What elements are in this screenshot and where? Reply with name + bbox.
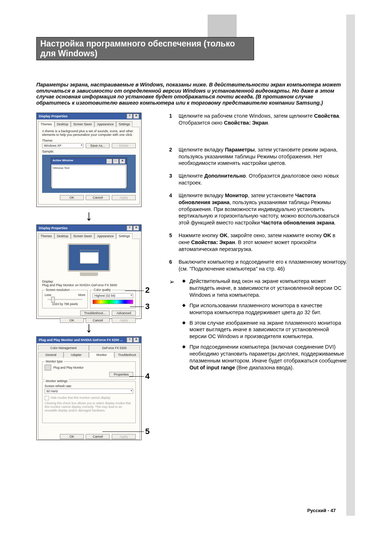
dialog-display-properties-settings: Display Properties ? ✕ Themes Desktop Sc…	[36, 224, 142, 319]
tabs: Themes Desktop Screen Saver Appearance S…	[38, 121, 140, 127]
sample-label: Sample:	[42, 150, 136, 153]
ok-button[interactable]: OK	[60, 195, 84, 200]
step-text: Щелкните Дополнительно. Отобразится диал…	[179, 173, 347, 186]
tab-desktop[interactable]: Desktop	[54, 233, 71, 239]
monitor-settings-group: Monitor settings Screen refresh rate: 60…	[42, 381, 136, 423]
tabs-row1: Color Management GeForce FX 5200	[38, 345, 140, 350]
tab-color-management[interactable]: Color Management	[38, 345, 89, 350]
troubleshoot-button[interactable]: Troubleshoot...	[80, 311, 110, 316]
tab-appearance[interactable]: Appearance	[94, 233, 116, 239]
tabs: Themes Desktop Screen Saver Appearance S…	[38, 233, 140, 239]
titlebar: Display Properties ? ✕	[37, 113, 141, 119]
tab-screensaver[interactable]: Screen Saver	[71, 233, 95, 239]
step-5: 5 Нажмите кнопку OK, закройте окно, зате…	[169, 232, 347, 253]
advanced-button[interactable]: Advanced	[112, 311, 136, 316]
dialog-display-properties-themes: Display Properties ? ✕ Themes Desktop Sc…	[36, 113, 142, 207]
resolution-slider[interactable]	[48, 299, 82, 300]
callout-5: 5	[145, 427, 150, 436]
dialog-monitor-advanced: Plug and Play Monitor and NVIDIA GeForce…	[36, 336, 142, 440]
note-item: При использовании плазменного монитора в…	[182, 302, 347, 316]
close-icon[interactable]: ✕	[133, 114, 139, 119]
dialog-title: Display Properties	[39, 226, 68, 230]
callout-line	[130, 307, 144, 307]
sample-active-window-title: Active Window	[53, 159, 73, 164]
monitor-type-legend: Monitor type	[45, 360, 64, 363]
callout-line	[102, 431, 144, 432]
theme-label: Theme:	[42, 139, 136, 142]
display-value: Plug and Play Monitor on NVIDIA GeForce …	[42, 283, 136, 287]
step-number: 2	[169, 146, 179, 167]
step-text: Щелкните вкладку Монитор, затем установи…	[179, 192, 347, 226]
step-number: 4	[169, 192, 179, 226]
callout-line	[125, 291, 144, 291]
step-text: Щелкните на рабочем столе Windows, затем…	[179, 113, 340, 126]
step-6: 6 Выключите компьютер и подсоедините его…	[169, 259, 347, 272]
help-icon[interactable]: ?	[127, 337, 132, 343]
tab-themes[interactable]: Themes	[38, 233, 54, 239]
tab-general[interactable]: General	[38, 352, 64, 358]
step-3: 3 Щелкните Дополнительно. Отобразится ди…	[169, 173, 347, 186]
hide-modes-checkbox[interactable]	[45, 396, 49, 400]
step-2: 2 Щелкните вкладку Параметры, затем уста…	[169, 146, 347, 167]
dialog-title: Plug and Play Monitor and NVIDIA GeForce…	[39, 338, 123, 342]
tab-troubleshoot[interactable]: Troubleshoot	[114, 352, 140, 358]
step-number: 5	[169, 232, 179, 253]
display-label: Display:	[42, 280, 136, 283]
intro-paragraph: Параметры экрана, настраиваемые в Window…	[36, 82, 341, 106]
tab-appearance[interactable]: Appearance	[94, 121, 116, 127]
tabs-row2: General Adapter Monitor Troubleshoot	[38, 352, 140, 358]
apply-button: Apply	[112, 318, 136, 323]
decorative-block	[208, 15, 237, 37]
refresh-rate-dropdown[interactable]: 60 Hertz	[45, 389, 133, 394]
theme-dropdown[interactable]: Windows XP	[42, 143, 83, 148]
delete-button: Delete	[112, 143, 136, 148]
tab-settings[interactable]: Settings	[116, 121, 132, 127]
decorative-right-column	[346, 15, 355, 516]
note-item: При подсоединении компьютера (включая со…	[182, 344, 347, 371]
close-icon[interactable]: ✕	[133, 226, 139, 231]
tab-geforce[interactable]: GeForce FX 5200	[89, 345, 140, 350]
theme-description: A theme is a background plus a set of so…	[42, 129, 136, 137]
monitor-type-value: Plug and Play Monitor	[53, 366, 83, 369]
callout-2: 2	[145, 285, 150, 295]
monitor-icon	[45, 365, 51, 370]
refresh-rate-label: Screen refresh rate:	[45, 384, 133, 388]
dialog-body: A theme is a background plus a set of so…	[38, 127, 140, 204]
cancel-button[interactable]: Cancel	[86, 434, 110, 439]
ok-button[interactable]: OK	[60, 318, 84, 323]
color-quality-dropdown[interactable]: Highest (32 bit)	[93, 293, 133, 298]
color-bar	[93, 300, 133, 304]
callout-3: 3	[145, 302, 150, 311]
tab-desktop[interactable]: Desktop	[54, 121, 71, 127]
monitor-type-group: Monitor type Plug and Play Monitor Prope…	[42, 361, 136, 380]
help-icon[interactable]: ?	[127, 226, 132, 231]
close-icon[interactable]: ✕	[133, 337, 139, 343]
dialog-title: Display Properties	[39, 114, 68, 118]
sample-active-window: Active Window _ □ ✕ Window Text	[51, 158, 127, 188]
step-4: 4 Щелкните вкладку Монитор, затем устано…	[169, 192, 347, 226]
titlebar: Plug and Play Monitor and NVIDIA GeForce…	[37, 337, 141, 343]
maximize-icon: □	[113, 159, 119, 164]
cancel-button[interactable]: Cancel	[86, 318, 110, 323]
step-number: 6	[169, 259, 179, 272]
tab-themes[interactable]: Themes	[38, 121, 54, 127]
tab-monitor[interactable]: Monitor	[89, 352, 114, 358]
hide-modes-description: Clearing this check box allows you to se…	[45, 401, 133, 412]
step-number: 1	[169, 113, 179, 126]
color-quality-group: Color quality Highest (32 bit)	[90, 290, 136, 308]
ok-button[interactable]: OK	[60, 434, 84, 439]
note-pointer-icon: ➢	[169, 278, 182, 374]
tab-screensaver[interactable]: Screen Saver	[71, 121, 95, 127]
tab-settings[interactable]: Settings	[116, 233, 132, 239]
tab-adapter[interactable]: Adapter	[64, 352, 89, 358]
minimize-icon: _	[106, 159, 112, 164]
screen-resolution-legend: Screen resolution	[45, 288, 71, 292]
save-as-button[interactable]: Save As...	[86, 143, 110, 148]
page-footer: Русский - 47	[307, 508, 336, 513]
callout-4: 4	[145, 372, 150, 381]
notes-block: ➢ Действительный вид окон на экране комп…	[169, 278, 347, 374]
hide-modes-label: Hide modes that this monitor cannot disp…	[50, 396, 110, 400]
cancel-button[interactable]: Cancel	[86, 195, 110, 200]
help-icon[interactable]: ?	[127, 114, 132, 119]
step-text: Выключите компьютер и подсоедините его к…	[179, 259, 347, 272]
